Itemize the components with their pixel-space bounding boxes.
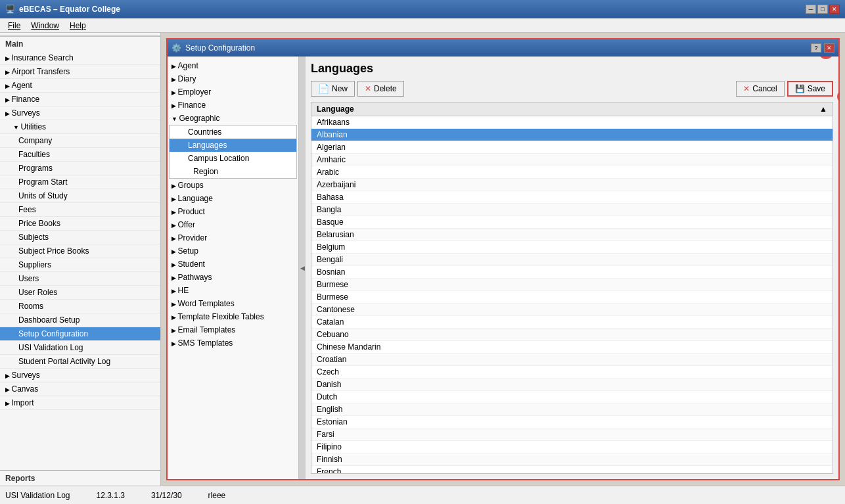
tree-item-email-templates[interactable]: Email Templates bbox=[168, 323, 298, 336]
lang-row[interactable]: Farsi bbox=[311, 428, 833, 441]
sidebar-item-canvas[interactable]: Canvas bbox=[0, 382, 160, 396]
sidebar-item-rooms[interactable]: Rooms bbox=[0, 300, 160, 313]
tree-item-provider[interactable]: Provider bbox=[168, 231, 298, 244]
sort-icon[interactable]: ▲ bbox=[819, 104, 827, 114]
lang-row[interactable]: Filipino bbox=[311, 441, 833, 453]
sidebar-item-student-portal-log[interactable]: Student Portal Activity Log bbox=[0, 355, 160, 369]
lang-row[interactable]: Burmese bbox=[311, 279, 833, 291]
lang-row[interactable]: Catalan bbox=[311, 316, 833, 329]
tree-item-finance[interactable]: Finance bbox=[168, 99, 298, 112]
sidebar-item-price-books[interactable]: Price Books bbox=[0, 217, 160, 231]
lang-row[interactable]: Basque bbox=[311, 216, 833, 229]
maximize-button[interactable]: □ bbox=[817, 5, 828, 14]
sidebar-item-faculties[interactable]: Faculties bbox=[0, 148, 160, 162]
sidebar-item-dashboard-setup[interactable]: Dashboard Setup bbox=[0, 313, 160, 327]
lang-row[interactable]: Dutch bbox=[311, 391, 833, 403]
lang-row[interactable]: Bengali bbox=[311, 254, 833, 266]
menu-help[interactable]: Help bbox=[64, 20, 91, 32]
dialog-help-button[interactable]: ? bbox=[811, 43, 821, 53]
sidebar-item-utilities[interactable]: Utilities bbox=[0, 120, 160, 134]
lang-row[interactable]: Belgium bbox=[311, 241, 833, 254]
cancel-button[interactable]: ✕ Cancel bbox=[736, 81, 784, 97]
tree-item-template-flex[interactable]: Template Flexible Tables bbox=[168, 310, 298, 323]
tree-item-student[interactable]: Student bbox=[168, 258, 298, 271]
sidebar-item-programs[interactable]: Programs bbox=[0, 162, 160, 175]
tree-item-word-templates[interactable]: Word Templates bbox=[168, 297, 298, 310]
tree-item-agent[interactable]: Agent bbox=[168, 59, 298, 72]
sidebar-item-usi-validation-log[interactable]: USI Validation Log bbox=[0, 341, 160, 355]
delete-button[interactable]: ✕ Delete bbox=[357, 81, 404, 97]
lang-row[interactable]: Danish bbox=[311, 378, 833, 391]
tree-item-employer[interactable]: Employer bbox=[168, 85, 298, 99]
collapse-handle[interactable]: ◀ bbox=[299, 57, 306, 479]
sidebar-item-surveys[interactable]: Surveys bbox=[0, 106, 160, 120]
sidebar-item-subject-price-books[interactable]: Subject Price Books bbox=[0, 244, 160, 258]
sidebar-item-fees[interactable]: Fees bbox=[0, 203, 160, 217]
tree-item-product[interactable]: Product bbox=[168, 205, 298, 218]
sidebar-item-suppliers[interactable]: Suppliers bbox=[0, 258, 160, 272]
tree-item-diary[interactable]: Diary bbox=[168, 72, 298, 85]
tree-item-setup[interactable]: Setup bbox=[168, 244, 298, 258]
save-icon: 💾 bbox=[795, 84, 805, 93]
status-log-label[interactable]: USI Validation Log bbox=[5, 491, 70, 500]
tree-item-region[interactable]: Region bbox=[170, 165, 296, 178]
lang-row[interactable]: Azerbaijani bbox=[311, 179, 833, 191]
lang-row[interactable]: Czech bbox=[311, 366, 833, 378]
sidebar-item-setup-configuration[interactable]: Setup Configuration bbox=[0, 327, 160, 341]
tree-item-pathways[interactable]: Pathways bbox=[168, 271, 298, 284]
lang-row[interactable]: Finnish bbox=[311, 453, 833, 466]
lang-row[interactable]: Afrikaans bbox=[311, 116, 833, 129]
sidebar-item-company[interactable]: Company bbox=[0, 134, 160, 148]
sidebar-item-import[interactable]: Import bbox=[0, 396, 160, 410]
lang-row[interactable]: Amharic bbox=[311, 154, 833, 166]
sidebar-item-subjects[interactable]: Subjects bbox=[0, 231, 160, 244]
sidebar-item-insurance-search[interactable]: Insurance Search bbox=[0, 51, 160, 65]
sidebar-item-users[interactable]: Users bbox=[0, 272, 160, 286]
tree-item-groups[interactable]: Groups bbox=[168, 179, 298, 192]
sidebar-item-finance[interactable]: Finance bbox=[0, 93, 160, 106]
tree-item-sms-templates[interactable]: SMS Templates bbox=[168, 336, 298, 350]
tree-item-language[interactable]: Language bbox=[168, 192, 298, 205]
close-button[interactable]: ✕ bbox=[829, 5, 840, 14]
lang-row[interactable]: Chinese Mandarin bbox=[311, 341, 833, 354]
lang-row[interactable]: Cantonese bbox=[311, 304, 833, 316]
dialog-title: Setup Configuration bbox=[185, 43, 255, 53]
lang-row[interactable]: Bahasa bbox=[311, 191, 833, 204]
sidebar-item-program-start[interactable]: Program Start bbox=[0, 175, 160, 189]
section-reports: Reports bbox=[0, 470, 160, 486]
tree-item-offer[interactable]: Offer bbox=[168, 218, 298, 231]
sidebar-item-user-roles[interactable]: User Roles bbox=[0, 286, 160, 300]
new-button[interactable]: 📄 New bbox=[311, 81, 355, 97]
tree-item-countries[interactable]: Countries bbox=[170, 126, 296, 139]
lang-row[interactable]: Estonian bbox=[311, 416, 833, 428]
section-main: Main bbox=[0, 35, 160, 51]
lang-row[interactable]: Bangla bbox=[311, 204, 833, 216]
lang-row[interactable]: Bosnian bbox=[311, 266, 833, 279]
lang-row[interactable]: English bbox=[311, 403, 833, 416]
dialog-body: 1 Agent Diary Employer Finance Geographi… bbox=[168, 57, 838, 479]
lang-row[interactable]: Arabic bbox=[311, 166, 833, 179]
sidebar-item-units-of-study[interactable]: Units of Study bbox=[0, 189, 160, 203]
dialog-title-left: ⚙️ Setup Configuration bbox=[171, 43, 255, 53]
dialog-close-button[interactable]: ✕ bbox=[824, 43, 834, 53]
sidebar-item-agent[interactable]: Agent bbox=[0, 79, 160, 93]
status-date: 31/12/30 bbox=[151, 491, 182, 500]
minimize-button[interactable]: ─ bbox=[806, 5, 816, 14]
lang-row[interactable]: Belarusian bbox=[311, 229, 833, 241]
tree-item-geographic[interactable]: Geographic bbox=[168, 112, 298, 125]
sidebar-item-surveys2[interactable]: Surveys bbox=[0, 369, 160, 382]
lang-row[interactable]: Algerian bbox=[311, 141, 833, 154]
tree-item-campus[interactable]: Campus Location bbox=[170, 152, 296, 165]
tree-item-he[interactable]: HE bbox=[168, 284, 298, 297]
lang-row[interactable]: Cebuano bbox=[311, 329, 833, 341]
tree-item-languages[interactable]: Languages bbox=[170, 139, 296, 152]
lang-row[interactable]: Albanian bbox=[311, 129, 833, 141]
lang-row[interactable]: French bbox=[311, 466, 833, 474]
menu-window[interactable]: Window bbox=[26, 20, 64, 32]
menu-file[interactable]: File bbox=[3, 20, 26, 32]
lang-row[interactable]: Burmese bbox=[311, 291, 833, 304]
dialog-titlebar: ⚙️ Setup Configuration ? ✕ bbox=[168, 39, 838, 57]
save-button[interactable]: 💾 Save bbox=[787, 81, 833, 97]
sidebar-item-airport-transfers[interactable]: Airport Transfers bbox=[0, 65, 160, 79]
lang-row[interactable]: Croatian bbox=[311, 354, 833, 366]
